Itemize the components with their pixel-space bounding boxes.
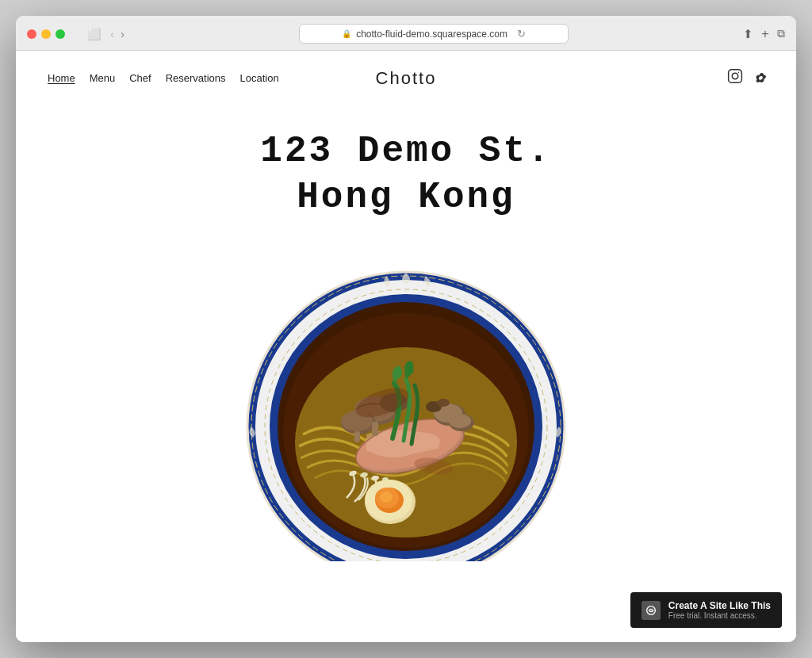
forward-button[interactable]: › — [121, 27, 124, 40]
site-content: Home Menu Chef Reservations Location Cho… — [16, 51, 796, 642]
ss-badge-text: Create A Site Like This Free trial. Inst… — [668, 600, 771, 620]
address-bar-wrapper: 🔒 chotto-fluid-demo.squarespace.com ↻ — [134, 24, 733, 44]
nav-link-reservations[interactable]: Reservations — [166, 72, 226, 84]
address-line2: Hong Kong — [260, 175, 551, 221]
lock-icon: 🔒 — [342, 29, 351, 38]
address-bar[interactable]: 🔒 chotto-fluid-demo.squarespace.com ↻ — [299, 24, 569, 44]
browser-actions: ⬆ + ⧉ — [743, 26, 785, 42]
hero-section: 123 Demo St. Hong Kong — [16, 105, 796, 561]
tabs-icon[interactable]: ⧉ — [777, 27, 785, 40]
svg-rect-21 — [372, 422, 378, 436]
minimize-button[interactable] — [41, 29, 51, 39]
ss-badge-title: Create A Site Like This — [668, 600, 771, 611]
svg-rect-0 — [729, 70, 742, 83]
svg-point-2 — [738, 72, 739, 73]
sidebar-toggle-icon[interactable]: ⬜ — [87, 28, 101, 40]
bowl-container — [16, 260, 796, 561]
squarespace-badge-icon — [642, 601, 661, 620]
svg-point-39 — [647, 606, 656, 614]
svg-point-1 — [732, 73, 738, 79]
svg-rect-22 — [354, 431, 360, 442]
maximize-button[interactable] — [56, 29, 65, 39]
nav-link-location[interactable]: Location — [240, 72, 279, 84]
yelp-icon[interactable]: ✿ — [754, 71, 764, 86]
site-navigation: Home Menu Chef Reservations Location Cho… — [16, 51, 796, 105]
nav-link-menu[interactable]: Menu — [90, 72, 116, 84]
url-text: chotto-fluid-demo.squarespace.com — [356, 29, 508, 40]
nav-link-chef[interactable]: Chef — [129, 72, 151, 84]
ss-badge-subtitle: Free trial. Instant access. — [668, 611, 771, 620]
browser-window: ⬜ ‹ › 🔒 chotto-fluid-demo.squarespace.co… — [16, 16, 796, 642]
back-button[interactable]: ‹ — [110, 27, 114, 40]
nav-link-home[interactable]: Home — [48, 72, 75, 84]
browser-controls: ‹ › — [110, 27, 124, 40]
nav-social: ✿ — [727, 68, 764, 88]
share-icon[interactable]: ⬆ — [743, 27, 753, 41]
view-toggle: ⬜ — [87, 28, 101, 40]
ramen-bowl-illustration — [236, 260, 576, 561]
reload-icon[interactable]: ↻ — [517, 28, 526, 40]
svg-point-31 — [449, 414, 471, 428]
squarespace-badge[interactable]: Create A Site Like This Free trial. Inst… — [630, 592, 782, 628]
browser-chrome: ⬜ ‹ › 🔒 chotto-fluid-demo.squarespace.co… — [16, 16, 796, 51]
close-button[interactable] — [27, 29, 36, 39]
traffic-lights — [27, 29, 65, 39]
hero-address: 123 Demo St. Hong Kong — [260, 129, 551, 220]
address-line1: 123 Demo St. — [260, 129, 551, 175]
svg-point-27 — [380, 492, 393, 503]
new-tab-icon[interactable]: + — [761, 26, 769, 42]
nav-links: Home Menu Chef Reservations Location — [48, 72, 279, 84]
svg-point-33 — [437, 399, 450, 407]
site-title: Chotto — [376, 68, 437, 89]
instagram-icon[interactable] — [727, 68, 743, 88]
